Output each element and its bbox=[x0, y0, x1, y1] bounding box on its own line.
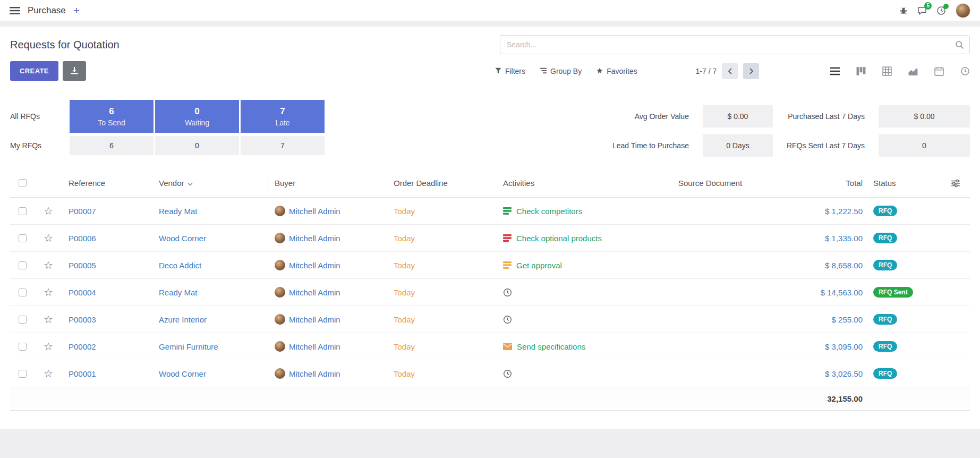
messages-menu-icon[interactable]: 5 bbox=[917, 6, 927, 15]
buyer-link[interactable]: Mitchell Admin bbox=[289, 207, 340, 216]
row-checkbox[interactable] bbox=[19, 316, 27, 324]
buyer-link[interactable]: Mitchell Admin bbox=[289, 369, 340, 378]
clock-icon bbox=[503, 315, 512, 324]
total-amount: $ 3,026.50 bbox=[795, 369, 867, 378]
vendor-link[interactable]: Ready Mat bbox=[152, 288, 268, 297]
table-row[interactable]: ☆ P00003 Azure Interior Mitchell Admin T… bbox=[10, 306, 970, 333]
debug-bug-icon[interactable] bbox=[899, 6, 908, 15]
header-total[interactable]: Total bbox=[795, 179, 867, 188]
vendor-link[interactable]: Azure Interior bbox=[152, 315, 268, 324]
filters-button[interactable]: Filters bbox=[495, 67, 525, 75]
pager-previous-button[interactable] bbox=[722, 63, 738, 79]
header-reference[interactable]: Reference bbox=[62, 179, 152, 188]
vendor-link[interactable]: Deco Addict bbox=[152, 261, 268, 270]
favorites-button[interactable]: Favorites bbox=[596, 67, 637, 75]
activities-menu-icon[interactable] bbox=[936, 6, 946, 15]
favorite-star-icon[interactable]: ☆ bbox=[44, 260, 53, 270]
create-button[interactable]: CREATE bbox=[10, 61, 58, 81]
header-total-label: Total bbox=[846, 179, 863, 188]
buyer-link[interactable]: Mitchell Admin bbox=[289, 234, 340, 243]
reference-link[interactable]: P00006 bbox=[62, 234, 152, 243]
avg-order-value-label: Avg Order Value bbox=[635, 112, 689, 121]
header-status[interactable]: Status bbox=[867, 179, 941, 188]
activity-button[interactable]: Send specifications bbox=[497, 342, 672, 351]
vendor-link[interactable]: Ready Mat bbox=[152, 207, 268, 216]
avg-order-value: $ 0.00 bbox=[703, 105, 773, 128]
favorite-star-icon[interactable]: ☆ bbox=[44, 368, 53, 379]
row-checkbox[interactable] bbox=[19, 234, 27, 242]
total-amount: $ 1,335.00 bbox=[795, 234, 867, 243]
table-row[interactable]: ☆ P00007 Ready Mat Mitchell Admin Today … bbox=[10, 198, 970, 225]
table-row[interactable]: ☆ P00004 Ready Mat Mitchell Admin Today … bbox=[10, 279, 970, 306]
activity-button[interactable]: Get approval bbox=[497, 261, 672, 270]
row-checkbox[interactable] bbox=[19, 370, 27, 378]
buyer-link[interactable]: Mitchell Admin bbox=[289, 342, 340, 351]
header-source-document[interactable]: Source Document bbox=[672, 179, 795, 188]
vendor-link[interactable]: Wood Corner bbox=[152, 369, 268, 378]
activity-button[interactable] bbox=[497, 288, 672, 297]
header-order-deadline[interactable]: Order Deadline bbox=[387, 179, 497, 188]
table-row[interactable]: ☆ P00001 Wood Corner Mitchell Admin Toda… bbox=[10, 360, 970, 387]
buyer-avatar bbox=[275, 341, 285, 352]
graph-view-icon[interactable] bbox=[908, 66, 918, 76]
table-row[interactable]: ☆ P00006 Wood Corner Mitchell Admin Toda… bbox=[10, 225, 970, 252]
vendor-link[interactable]: Wood Corner bbox=[152, 234, 268, 243]
header-vendor-label: Vendor bbox=[159, 179, 184, 188]
favorite-star-icon[interactable]: ☆ bbox=[44, 314, 53, 325]
pager-next-button[interactable] bbox=[743, 63, 759, 79]
tile-to-send[interactable]: 6 To Send bbox=[70, 100, 154, 133]
reference-link[interactable]: P00002 bbox=[62, 342, 152, 351]
row-checkbox[interactable] bbox=[19, 261, 27, 269]
calendar-view-icon[interactable] bbox=[934, 66, 944, 76]
activity-button[interactable]: Check competitors bbox=[497, 207, 672, 216]
apps-menu-icon[interactable] bbox=[10, 7, 20, 14]
new-tab-icon[interactable]: + bbox=[73, 5, 80, 16]
buyer-link[interactable]: Mitchell Admin bbox=[289, 261, 340, 270]
buyer-link[interactable]: Mitchell Admin bbox=[289, 315, 340, 324]
search-input[interactable] bbox=[500, 36, 969, 54]
tile-my-late[interactable]: 7 bbox=[241, 136, 325, 155]
select-all-checkbox[interactable] bbox=[19, 179, 27, 187]
favorite-star-icon[interactable]: ☆ bbox=[44, 206, 53, 216]
all-rfqs-label: All RFQs bbox=[10, 112, 70, 121]
table-row[interactable]: ☆ P00002 Gemini Furniture Mitchell Admin… bbox=[10, 333, 970, 360]
header-buyer[interactable]: Buyer bbox=[268, 179, 387, 188]
tile-late[interactable]: 7 Late bbox=[241, 100, 325, 133]
list-view-icon[interactable] bbox=[830, 66, 840, 76]
tile-my-waiting[interactable]: 0 bbox=[155, 136, 239, 155]
row-checkbox[interactable] bbox=[19, 207, 27, 215]
vendor-link[interactable]: Gemini Furniture bbox=[152, 342, 268, 351]
download-button[interactable] bbox=[63, 61, 86, 81]
reference-link[interactable]: P00001 bbox=[62, 369, 152, 378]
reference-link[interactable]: P00004 bbox=[62, 288, 152, 297]
purchased-last-7-days-label: Purchased Last 7 Days bbox=[788, 112, 865, 121]
app-menu-purchase[interactable]: Purchase bbox=[28, 5, 66, 16]
buyer-link[interactable]: Mitchell Admin bbox=[289, 288, 340, 297]
optional-columns-toggle[interactable] bbox=[941, 179, 970, 188]
favorite-star-icon[interactable]: ☆ bbox=[44, 287, 53, 298]
header-buyer-label: Buyer bbox=[275, 179, 295, 188]
favorite-star-icon[interactable]: ☆ bbox=[44, 341, 53, 352]
kanban-view-icon[interactable] bbox=[856, 66, 866, 76]
activity-button[interactable] bbox=[497, 315, 672, 324]
reference-link[interactable]: P00005 bbox=[62, 261, 152, 270]
search-icon[interactable] bbox=[955, 40, 964, 51]
activity-button[interactable] bbox=[497, 369, 672, 378]
tile-waiting[interactable]: 0 Waiting bbox=[155, 100, 239, 133]
group-by-button[interactable]: Group By bbox=[540, 67, 582, 75]
row-checkbox[interactable] bbox=[19, 289, 27, 296]
tile-my-to-send[interactable]: 6 bbox=[70, 136, 154, 155]
reference-link[interactable]: P00003 bbox=[62, 315, 152, 324]
buyer-avatar bbox=[275, 233, 285, 243]
user-avatar[interactable] bbox=[956, 3, 970, 18]
activity-button[interactable]: Check optional products bbox=[497, 234, 672, 243]
pivot-view-icon[interactable] bbox=[882, 66, 892, 76]
table-row[interactable]: ☆ P00005 Deco Addict Mitchell Admin Toda… bbox=[10, 252, 970, 279]
favorite-star-icon[interactable]: ☆ bbox=[44, 233, 53, 243]
row-checkbox[interactable] bbox=[19, 343, 27, 351]
header-activities[interactable]: Activities bbox=[497, 179, 672, 188]
header-vendor[interactable]: Vendor bbox=[152, 177, 268, 189]
activity-view-icon[interactable] bbox=[960, 66, 970, 76]
status-badge: RFQ bbox=[873, 368, 897, 379]
reference-link[interactable]: P00007 bbox=[62, 207, 152, 216]
